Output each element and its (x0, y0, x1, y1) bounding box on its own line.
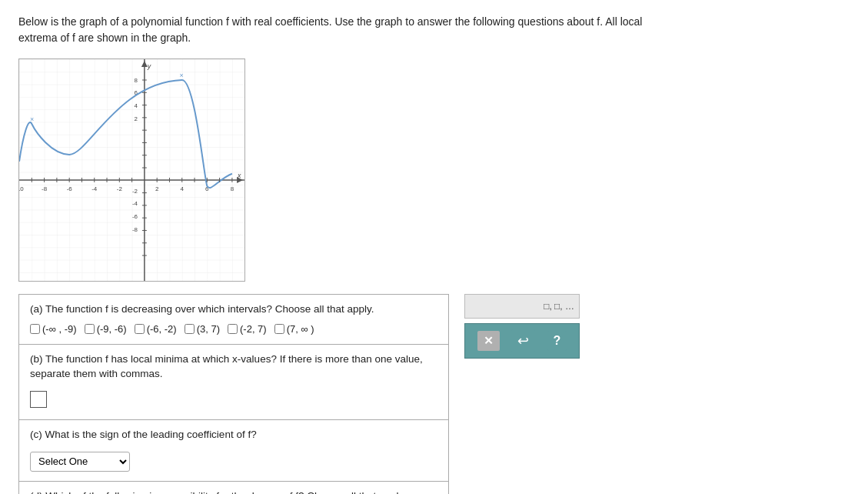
svg-text:-2: -2 (132, 188, 138, 195)
question-b-text: (b) The function f has local minima at w… (30, 352, 437, 382)
select-one-c[interactable]: Select One Positive Negative (30, 452, 130, 472)
question-c: (c) What is the sign of the leading coef… (19, 420, 448, 482)
checkbox-a-4[interactable] (185, 324, 195, 334)
toolbar-actions: ✕ ↩ ? (464, 323, 580, 359)
svg-text:-2: -2 (117, 185, 123, 192)
intro-text: Below is the graph of a polynomial funct… (18, 14, 649, 46)
clear-button[interactable]: ✕ (477, 331, 500, 351)
checkbox-a-6[interactable] (274, 324, 284, 334)
option-a-1[interactable]: (-∞ , -9) (30, 323, 77, 335)
svg-text:2: 2 (155, 185, 159, 192)
right-panel: □, □, … ✕ ↩ ? (464, 294, 580, 359)
svg-text:-8: -8 (132, 226, 138, 233)
svg-text:×: × (180, 72, 184, 79)
svg-text:-4: -4 (91, 185, 98, 192)
svg-text:-6: -6 (67, 185, 73, 192)
answer-box-b[interactable] (30, 391, 47, 408)
question-a-options: (-∞ , -9) (-9, -6) (-6, -2) (3, 7) ( (30, 323, 437, 335)
svg-text:4: 4 (181, 185, 185, 192)
checkbox-a-5[interactable] (228, 324, 238, 334)
question-c-text: (c) What is the sign of the leading coef… (30, 428, 437, 442)
question-a-text: (a) The function f is decreasing over wh… (30, 302, 437, 317)
option-a-4[interactable]: (3, 7) (185, 323, 220, 335)
option-a-5[interactable]: (-2, 7) (228, 323, 267, 335)
questions-panel: (a) The function f is decreasing over wh… (18, 294, 449, 494)
checkbox-a-2[interactable] (85, 324, 95, 334)
option-a-3[interactable]: (-6, -2) (135, 323, 177, 335)
checkbox-a-1[interactable] (30, 324, 40, 334)
svg-rect-1 (19, 59, 244, 281)
svg-text:-8: -8 (42, 185, 48, 192)
question-a: (a) The function f is decreasing over wh… (19, 295, 448, 345)
graph-area: -10 -8 -6 -4 -2 2 4 6 8 8 6 4 2 -2 -4 -6 (18, 58, 245, 282)
svg-text:-6: -6 (132, 213, 138, 220)
option-a-6[interactable]: (7, ∞ ) (274, 323, 314, 335)
svg-text:8: 8 (231, 185, 234, 192)
option-a-2[interactable]: (-9, -6) (85, 323, 127, 335)
svg-text:2: 2 (135, 115, 138, 122)
toolbar-symbols: □, □, … (464, 294, 580, 319)
question-d: (d) Which of the following is a possibil… (19, 482, 448, 494)
symbol-display: □, □, … (544, 301, 574, 312)
svg-text:-10: -10 (19, 185, 24, 192)
question-b: (b) The function f has local minima at w… (19, 345, 448, 420)
svg-text:4: 4 (135, 102, 138, 109)
svg-text:y: y (147, 62, 151, 70)
svg-text:8: 8 (135, 77, 138, 84)
help-button[interactable]: ? (547, 331, 567, 351)
svg-text:x: x (237, 172, 241, 179)
undo-button[interactable]: ↩ (511, 329, 535, 352)
question-d-text: (d) Which of the following is a possibil… (30, 489, 437, 494)
checkbox-a-3[interactable] (135, 324, 145, 334)
svg-text:-4: -4 (132, 200, 138, 207)
svg-text:×: × (30, 115, 34, 123)
